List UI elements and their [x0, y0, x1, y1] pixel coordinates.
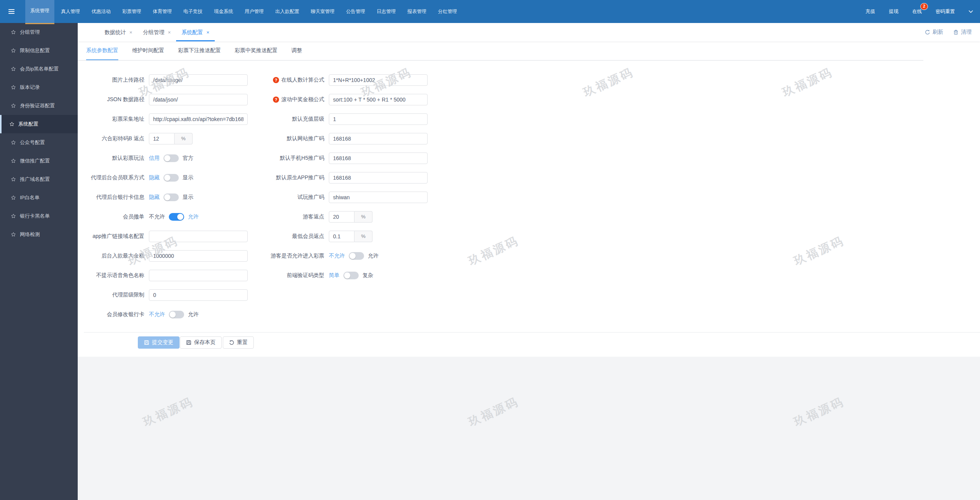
- field-label: 代理后台银行卡信息: [86, 194, 144, 201]
- default-app-promo-code-input[interactable]: [329, 172, 428, 184]
- sidebar-item-bankcard-blacklist[interactable]: 银行卡黑名单: [0, 207, 78, 225]
- agent-bankcard-info-toggle[interactable]: [163, 193, 179, 201]
- form-row-agent-level-limit: 代理层级限制: [86, 285, 248, 305]
- online-count-badge: 2: [920, 3, 928, 10]
- guest-enter-lottery-toggle[interactable]: [349, 252, 364, 260]
- close-icon[interactable]: ×: [168, 30, 171, 35]
- nav-item-live[interactable]: 真人管理: [56, 0, 85, 23]
- nav-item-sports[interactable]: 体育管理: [148, 0, 177, 23]
- reset-icon: [229, 340, 234, 345]
- sidebar-item-version-history[interactable]: 版本记录: [0, 78, 78, 97]
- sidebar-item-limit-info-config[interactable]: 限制信息配置: [0, 41, 78, 60]
- default-lottery-mode-toggle[interactable]: [163, 154, 179, 162]
- help-icon[interactable]: ?: [273, 77, 279, 83]
- subtab-win-push-config[interactable]: 彩票中奖推送配置: [228, 41, 284, 60]
- image-upload-path-input[interactable]: [149, 74, 248, 86]
- field-label: app推广链接域名配置: [86, 233, 144, 240]
- save-page-button[interactable]: 保存本页: [180, 336, 222, 349]
- subtab-bet-push-config[interactable]: 彩票下注推送配置: [171, 41, 228, 60]
- reset-button[interactable]: 重置: [223, 336, 254, 349]
- agent-level-limit-input[interactable]: [149, 289, 248, 301]
- trial-promo-code-input[interactable]: [329, 192, 428, 203]
- form-row-agent-member-contact: 代理后台会员联系方式 隐藏 显示: [86, 168, 248, 187]
- password-reset-link[interactable]: 密码重置: [936, 8, 955, 15]
- form-row-guest-enter-lottery: 游客是否允许进入彩票 不允许 允许: [266, 246, 428, 266]
- member-edit-bankcard-toggle[interactable]: [169, 311, 184, 318]
- sidebar-item-ip-whitelist[interactable]: IP白名单: [0, 189, 78, 207]
- min-member-rebate-input[interactable]: [329, 231, 354, 242]
- nav-item-logs[interactable]: 日志管理: [372, 0, 401, 23]
- online-count-formula-input[interactable]: [329, 74, 428, 86]
- field-label: ?滚动中奖金额公式: [266, 96, 324, 103]
- user-dropdown-toggle[interactable]: [969, 9, 973, 14]
- field-label: 游客返点: [266, 213, 324, 220]
- nav-item-promo[interactable]: 优惠活动: [87, 0, 116, 23]
- switch-right-option: 允许: [368, 252, 379, 259]
- backend-max-deposit-input[interactable]: [149, 250, 248, 262]
- lottery-collect-url-input[interactable]: [149, 113, 248, 125]
- no-voice-role-name-input[interactable]: [149, 270, 248, 281]
- json-data-path-input[interactable]: [149, 94, 248, 105]
- rolling-win-formula-input[interactable]: [329, 94, 428, 105]
- field-label: 最低会员返点: [266, 233, 324, 240]
- switch-left-option: 简单: [329, 272, 340, 279]
- help-icon[interactable]: ?: [273, 97, 279, 103]
- sidebar-item-official-account-config[interactable]: 公众号配置: [0, 133, 78, 152]
- nav-item-payment-config[interactable]: 出入款配置: [270, 0, 304, 23]
- form-row-app-promo-domain: app推广链接域名配置: [86, 226, 248, 246]
- star-icon: [11, 195, 16, 200]
- app-promo-domain-input[interactable]: [149, 231, 248, 242]
- member-cancel-order-toggle[interactable]: [169, 213, 184, 221]
- star-icon: [11, 66, 16, 72]
- nav-item-esports[interactable]: 电子竞技: [178, 0, 207, 23]
- clean-button[interactable]: 清理: [953, 29, 972, 36]
- nav-item-users[interactable]: 用户管理: [240, 0, 269, 23]
- close-icon[interactable]: ×: [206, 30, 209, 35]
- subtab-maintenance-time[interactable]: 维护时间配置: [125, 41, 171, 60]
- watermark-text: 玖福源码: [141, 394, 196, 430]
- tab-group-management[interactable]: 分组管理×: [138, 23, 176, 41]
- agent-member-contact-toggle[interactable]: [163, 174, 179, 182]
- main-menu: 系统管理 真人管理 优惠活动 彩票管理 体育管理 电子竞技 现金系统 用户管理 …: [24, 0, 463, 23]
- sidebar-item-label: 微信推广配置: [20, 157, 50, 164]
- form-row-rolling-win-formula: ?滚动中奖金额公式: [266, 90, 428, 109]
- mark-six-rebate-input[interactable]: [149, 133, 175, 144]
- tab-system-config[interactable]: 系统配置×: [176, 23, 215, 41]
- recharge-link[interactable]: 充值: [866, 8, 875, 15]
- captcha-type-toggle[interactable]: [343, 272, 359, 279]
- nav-item-system[interactable]: 系统管理: [25, 0, 54, 24]
- sidebar-item-authenticator-config[interactable]: 身份验证器配置: [0, 97, 78, 115]
- subtab-system-params[interactable]: 系统参数配置: [79, 41, 125, 60]
- field-label: 不提示语音角色名称: [86, 272, 144, 279]
- nav-item-cash[interactable]: 现金系统: [209, 0, 238, 23]
- field-label: ?在线人数计算公式: [266, 77, 324, 84]
- sidebar-item-network-check[interactable]: 网络检测: [0, 225, 78, 244]
- online-link[interactable]: 在线2: [912, 8, 922, 15]
- switch-right-option: 复杂: [363, 272, 373, 279]
- switch-right-option: 允许: [188, 311, 199, 318]
- submit-changes-button[interactable]: 提交变更: [138, 336, 180, 349]
- subtab-adjust[interactable]: 调整: [284, 41, 309, 60]
- sidebar-item-group-management[interactable]: 分组管理: [0, 23, 78, 41]
- sidebar-item-member-ip-blacklist[interactable]: 会员ip黑名单配置: [0, 60, 78, 78]
- withdraw-link[interactable]: 提现: [889, 8, 898, 15]
- default-recharge-level-input[interactable]: [329, 113, 428, 125]
- star-icon: [11, 158, 16, 164]
- refresh-button[interactable]: 刷新: [925, 29, 943, 36]
- star-icon: [11, 232, 16, 237]
- menu-collapse-icon[interactable]: [8, 9, 15, 14]
- nav-item-lottery[interactable]: 彩票管理: [117, 0, 146, 23]
- nav-item-reports[interactable]: 报表管理: [402, 0, 431, 23]
- sidebar-item-wechat-promo-config[interactable]: 微信推广配置: [0, 152, 78, 170]
- sidebar-item-system-config[interactable]: 系统配置: [0, 115, 78, 133]
- default-h5-promo-code-input[interactable]: [329, 152, 428, 164]
- tab-data-statistics[interactable]: 数据统计×: [99, 23, 138, 41]
- nav-item-announcement[interactable]: 公告管理: [341, 0, 370, 23]
- nav-item-chatroom[interactable]: 聊天室管理: [306, 0, 340, 23]
- star-icon: [11, 48, 16, 53]
- guest-rebate-input[interactable]: [329, 211, 354, 223]
- default-site-promo-code-input[interactable]: [329, 133, 428, 144]
- close-icon[interactable]: ×: [129, 30, 132, 35]
- nav-item-dividend[interactable]: 分红管理: [433, 0, 462, 23]
- sidebar-item-promo-domain-config[interactable]: 推广域名配置: [0, 170, 78, 189]
